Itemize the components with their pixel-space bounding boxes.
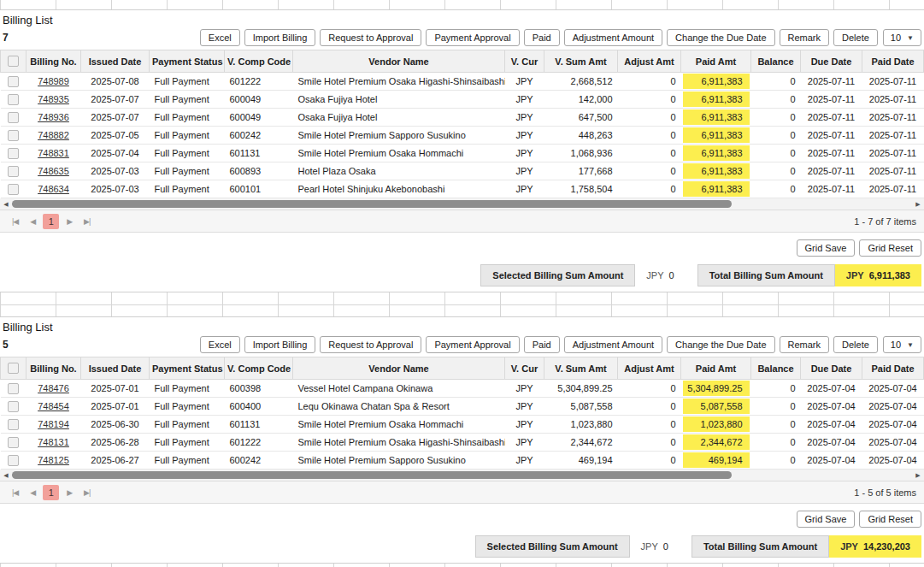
toolbar-button[interactable]: Delete [833,336,878,353]
page-size-dropdown[interactable]: 10 ▼ [883,29,921,46]
column-header[interactable]: Issued Date [81,357,150,380]
page-size-dropdown[interactable]: 10 ▼ [883,336,921,353]
toolbar-button[interactable]: Change the Due Date [667,29,774,46]
toolbar-button[interactable]: Payment Approval [426,336,519,353]
billing-no-link[interactable]: 748125 [38,455,69,465]
toolbar-button[interactable]: Remark [780,336,830,353]
column-header[interactable]: Balance [751,357,801,380]
billing-no-link[interactable]: 748831 [38,148,69,158]
column-header[interactable]: Billing No. [26,50,81,73]
scroll-right-icon[interactable]: ▶ [912,472,924,479]
toolbar-button[interactable]: Excel [200,336,240,353]
scrollbar-thumb[interactable] [12,471,732,479]
row-checkbox[interactable] [8,166,19,177]
prev-page-icon[interactable]: ◀ [26,487,39,499]
toolbar-button[interactable]: Import Billing [244,29,316,46]
prev-page-icon[interactable]: ◀ [26,216,39,227]
select-all-checkbox[interactable] [8,56,19,67]
column-header[interactable]: Payment Status [150,50,225,73]
row-checkbox[interactable] [8,455,19,466]
empty-grid-strip-top [0,0,924,10]
column-header[interactable]: Paid Amt [681,357,751,380]
page-number-current[interactable]: 1 [43,214,59,229]
billing-no-link[interactable]: 748935 [38,94,69,104]
toolbar-button[interactable]: Adjustment Amount [564,336,662,353]
toolbar-button[interactable]: Paid [524,29,560,46]
row-checkbox[interactable] [8,419,19,430]
pager: |◀ ◀ 1 ▶ ▶| 1 - 5 of 5 items [0,481,924,504]
billing-no-link[interactable]: 748131 [38,437,69,447]
scroll-left-icon[interactable]: ◀ [0,472,12,479]
column-header[interactable]: Issued Date [81,50,150,73]
billing-no-link[interactable]: 748635 [38,166,69,176]
scrollbar-thumb[interactable] [12,200,732,208]
column-header[interactable]: Adjust Amt [618,357,681,380]
page-number-current[interactable]: 1 [43,485,59,500]
billing-no-link[interactable]: 748936 [38,112,69,122]
billing-no-link[interactable]: 748194 [38,419,69,429]
column-header[interactable]: Paid Date [862,50,924,73]
column-header[interactable]: V. Sum Amt [544,50,618,73]
column-header[interactable]: Paid Date [862,357,924,380]
next-page-icon[interactable]: ▶ [62,216,76,227]
select-all-checkbox[interactable] [8,363,19,374]
toolbar-button[interactable]: Request to Approval [320,29,421,46]
column-header[interactable]: Due Date [801,50,862,73]
next-page-icon[interactable]: ▶ [62,487,76,499]
scroll-left-icon[interactable]: ◀ [0,201,12,208]
grid-save-button[interactable]: Grid Save [797,239,856,257]
toolbar-button[interactable]: Adjustment Amount [564,29,662,46]
billing-no-link[interactable]: 748989 [38,76,69,86]
row-checkbox[interactable] [8,148,19,159]
first-page-icon[interactable]: |◀ [8,216,22,227]
column-header[interactable]: Vendor Name [293,357,505,380]
grid-save-button[interactable]: Grid Save [797,511,856,528]
billing-no-link[interactable]: 748454 [38,401,69,411]
toolbar-button[interactable]: Remark [780,29,830,46]
table-row: 748936 2025-07-07 Full Payment 600049 Os… [1,109,924,127]
column-header[interactable]: Vendor Name [293,50,505,73]
column-header[interactable]: Payment Status [150,357,225,380]
scroll-right-icon[interactable]: ▶ [912,201,924,208]
row-checkbox[interactable] [8,94,19,105]
row-checkbox[interactable] [8,184,19,195]
billing-no-link[interactable]: 748476 [38,383,69,393]
scrollbar-track[interactable] [12,471,912,479]
first-page-icon[interactable]: |◀ [8,487,22,499]
column-header[interactable]: V. Cur [505,357,544,380]
billing-no-link[interactable]: 748634 [38,184,69,194]
toolbar-button[interactable]: Delete [833,29,878,46]
column-header[interactable]: Balance [751,50,801,73]
horizontal-scrollbar[interactable]: ◀ ▶ [0,198,924,210]
row-checkbox[interactable] [8,112,19,123]
column-header[interactable]: Paid Amt [681,50,751,73]
column-header[interactable]: V. Comp Code [225,357,293,380]
column-header[interactable]: V. Cur [505,50,544,73]
toolbar-button[interactable]: Paid [524,336,560,353]
column-header[interactable]: V. Sum Amt [544,357,618,380]
billing-no-link[interactable]: 748882 [38,130,69,140]
comp-code-cell: 600242 [225,452,293,470]
row-checkbox[interactable] [8,401,19,412]
scrollbar-track[interactable] [12,200,912,208]
row-checkbox[interactable] [8,383,19,394]
column-header[interactable]: Billing No. [26,357,81,380]
last-page-icon[interactable]: ▶| [79,487,94,499]
row-checkbox[interactable] [8,437,19,448]
row-checkbox[interactable] [8,130,19,141]
column-header[interactable]: V. Comp Code [225,50,293,73]
toolbar-button[interactable]: Excel [200,29,240,46]
toolbar-button[interactable]: Import Billing [244,336,316,353]
row-checkbox[interactable] [8,76,19,87]
issued-date-cell: 2025-07-07 [81,109,150,127]
toolbar-button[interactable]: Change the Due Date [667,336,774,353]
column-header[interactable]: Adjust Amt [618,50,681,73]
horizontal-scrollbar[interactable]: ◀ ▶ [0,470,924,481]
grid-reset-button[interactable]: Grid Reset [859,511,921,528]
toolbar-button[interactable]: Payment Approval [426,29,519,46]
toolbar-button[interactable]: Request to Approval [320,336,421,353]
grid-reset-button[interactable]: Grid Reset [859,239,921,257]
last-page-icon[interactable]: ▶| [79,216,94,227]
selected-sum-currency: JPY [646,270,663,281]
column-header[interactable]: Due Date [801,357,862,380]
